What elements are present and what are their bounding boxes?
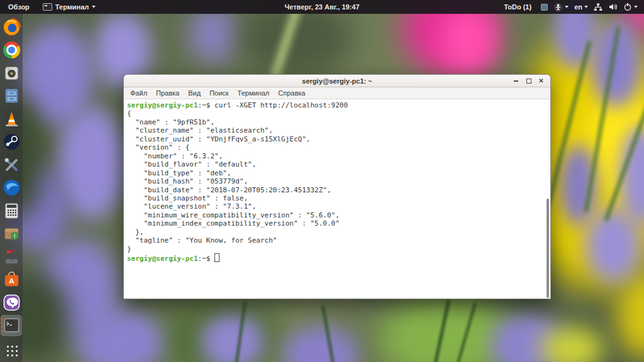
vlc-icon <box>3 110 21 128</box>
launcher-item-viber[interactable] <box>1 292 22 313</box>
launcher-item-system-tools[interactable] <box>1 154 22 175</box>
chevron-down-icon <box>565 6 569 8</box>
maximize-button[interactable] <box>525 77 532 84</box>
joystick-icon <box>3 248 21 266</box>
steam-icon <box>3 133 21 151</box>
viber-icon <box>3 293 21 312</box>
activities-label: Обзор <box>8 3 30 11</box>
launcher-item-firefox[interactable] <box>1 16 22 38</box>
chevron-down-icon <box>584 6 588 8</box>
app-indicator-icon <box>553 3 563 12</box>
keyboard-layout-menu[interactable]: en <box>574 3 588 11</box>
volume-icon[interactable] <box>608 3 618 11</box>
calculator-icon <box>3 202 21 220</box>
launcher-item-steam[interactable] <box>1 131 22 153</box>
app-menu-label: Терминал <box>55 3 89 11</box>
running-indicator-dots <box>1 318 3 331</box>
terminal-scrollbar[interactable] <box>545 99 550 299</box>
terminal-output-line: "version" : { <box>127 143 543 151</box>
desktop: Обзор Терминал Четверг, 23 Авг., 19:47 T… <box>0 0 644 362</box>
app-indicator[interactable] <box>553 3 569 12</box>
terminal-output-line: "cluster_uuid" : "YDnjfFqvS_a-s15XlGjEcQ… <box>127 135 543 143</box>
terminal-prompt-line: sergiy@sergiy-pc1:~$ curl -XGET http://l… <box>127 101 543 109</box>
keyboard-layout-label: en <box>574 3 582 11</box>
clock[interactable]: Четверг, 23 Авг., 19:47 <box>284 3 359 11</box>
launcher-item-calculator[interactable] <box>1 200 22 221</box>
menu-item-help[interactable]: Справка <box>274 89 309 97</box>
terminal-output-line: "lucene_version" : "7.3.1", <box>127 202 543 211</box>
terminal-output-line: "build_hash" : "053779d", <box>127 177 543 185</box>
menu-item-edit[interactable]: Правка <box>152 89 184 97</box>
todo-indicator[interactable]: ToDo (1) <box>504 3 531 11</box>
activities-button[interactable]: Обзор <box>0 0 38 14</box>
software-center-icon <box>3 224 21 243</box>
minimize-button[interactable] <box>513 77 519 84</box>
terminal-icon <box>3 316 21 334</box>
launcher-item-thunderbird[interactable] <box>1 177 22 199</box>
terminal-output-line: "cluster_name" : "elasticsearch", <box>127 126 543 134</box>
launcher-item-app-store[interactable]: A <box>1 269 22 290</box>
terminal-window: sergiy@sergiy-pc1: ~ ✕ Файл Правка Вид П… <box>123 74 551 299</box>
prompt-user: sergiy@sergiy-pc1 <box>127 101 198 109</box>
file-manager-icon <box>3 87 21 105</box>
launcher-item-file-manager[interactable] <box>1 85 22 107</box>
menu-item-terminal[interactable]: Терминал <box>233 89 274 97</box>
window-titlebar[interactable]: sergiy@sergiy-pc1: ~ ✕ <box>124 75 550 87</box>
prompt-symbol: :~$ <box>198 101 211 109</box>
show-applications-button[interactable] <box>5 344 18 357</box>
launcher-item-chrome[interactable] <box>1 40 22 61</box>
launcher-item-vlc[interactable] <box>1 108 22 129</box>
terminal-output-line: "build_date" : "2018-07-20T05:20:23.4513… <box>127 186 543 194</box>
launcher-item-software-center[interactable] <box>1 223 22 244</box>
power-icon <box>623 3 632 11</box>
terminal-output-line: "number" : "6.3.2", <box>127 152 543 160</box>
prompt-user: sergiy@sergiy-pc1 <box>127 255 198 263</box>
app-menu[interactable]: Терминал <box>38 0 101 14</box>
terminal-command: curl -XGET http://localhost:9200 <box>210 101 348 109</box>
menu-item-search[interactable]: Поиск <box>205 89 233 97</box>
chevron-down-icon <box>92 6 96 8</box>
top-bar: Обзор Терминал Четверг, 23 Авг., 19:47 T… <box>0 0 644 14</box>
terminal-output-line: "name" : "9pfR51b", <box>127 118 543 126</box>
chevron-down-icon <box>634 6 638 8</box>
messenger-tray-icon[interactable] <box>541 4 548 11</box>
terminal-app-icon <box>43 3 52 11</box>
launcher-dock: A <box>0 14 23 362</box>
terminal-output-line: "build_snapshot" : false, <box>127 194 543 202</box>
close-button[interactable]: ✕ <box>538 77 545 84</box>
terminal-output-line: } <box>127 245 543 253</box>
window-menubar: Файл Правка Вид Поиск Терминал Справка <box>124 87 550 99</box>
menu-item-view[interactable]: Вид <box>184 89 205 97</box>
launcher-item-camera-app[interactable] <box>1 62 22 84</box>
terminal-content[interactable]: sergiy@sergiy-pc1:~$ curl -XGET http://l… <box>124 99 550 299</box>
scrollbar-thumb[interactable] <box>547 199 549 298</box>
menu-item-file[interactable]: Файл <box>126 89 152 97</box>
tools-icon <box>3 156 21 174</box>
prompt-symbol: :~$ <box>198 255 211 263</box>
thunderbird-icon <box>3 178 21 197</box>
chrome-icon <box>3 41 20 58</box>
terminal-output-line: "minimum_index_compatibility_version" : … <box>127 219 543 228</box>
firefox-icon <box>3 18 21 36</box>
terminal-cursor <box>214 253 220 262</box>
network-icon[interactable] <box>594 3 602 11</box>
app-store-icon: A <box>3 270 21 288</box>
power-menu[interactable] <box>623 3 638 11</box>
launcher-item-terminal[interactable] <box>1 315 22 336</box>
terminal-output-line: }, <box>127 228 543 236</box>
terminal-output-line: "minimum_wire_compatibility_version" : "… <box>127 211 543 219</box>
svg-text:A: A <box>9 277 14 285</box>
launcher-item-joystick-app[interactable] <box>1 246 22 267</box>
terminal-output-line: "build_type" : "deb", <box>127 169 543 177</box>
camera-app-icon <box>3 64 21 82</box>
terminal-output-line: "build_flavor" : "default", <box>127 160 543 168</box>
terminal-prompt-line: sergiy@sergiy-pc1:~$ <box>127 253 543 263</box>
window-title: sergiy@sergiy-pc1: ~ <box>124 77 550 85</box>
terminal-output-line: { <box>127 109 543 118</box>
terminal-output-line: "tagline" : "You Know, for Search" <box>127 236 543 244</box>
